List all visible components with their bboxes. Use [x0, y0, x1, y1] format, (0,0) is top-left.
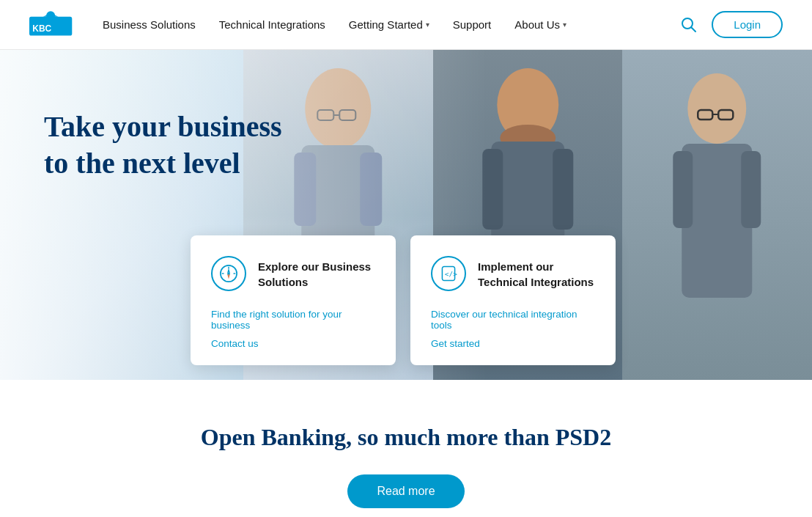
business-solutions-card: Explore our Business Solutions Find the …: [191, 235, 396, 365]
read-more-button[interactable]: Read more: [347, 474, 464, 508]
discover-tools-link[interactable]: Discover our technical integration tools: [431, 309, 595, 331]
get-started-link[interactable]: Get started: [431, 338, 595, 349]
nav-support[interactable]: Support: [453, 18, 492, 31]
about-us-chevron-icon: ▾: [563, 21, 566, 29]
compass-icon: [211, 256, 246, 291]
business-card-links: Find the right solution for your busines…: [211, 309, 375, 349]
getting-started-chevron-icon: ▾: [426, 21, 429, 29]
hero-cards: Explore our Business Solutions Find the …: [191, 235, 616, 365]
search-icon: [681, 17, 697, 33]
header-actions: Login: [681, 11, 783, 38]
code-icon: </>: [431, 256, 466, 291]
logo[interactable]: KBC: [29, 9, 73, 41]
nav-getting-started[interactable]: Getting Started ▾: [349, 18, 429, 31]
main-nav: Business Solutions Technical Integration…: [103, 18, 681, 31]
technical-card-links: Discover our technical integration tools…: [431, 309, 595, 349]
bottom-section: Open Banking, so much more than PSD2 Rea…: [0, 380, 812, 517]
find-solution-link[interactable]: Find the right solution for your busines…: [211, 309, 375, 331]
svg-text:KBC: KBC: [32, 23, 51, 33]
bottom-title: Open Banking, so much more than PSD2: [29, 424, 783, 451]
hero-section: Take your business to the next level: [0, 50, 812, 380]
business-card-title: Explore our Business Solutions: [258, 256, 375, 290]
login-button[interactable]: Login: [712, 11, 783, 38]
technical-integrations-card: </> Implement our Technical Integrations…: [410, 235, 616, 365]
nav-business-solutions[interactable]: Business Solutions: [103, 18, 196, 31]
nav-about-us[interactable]: About Us ▾: [514, 18, 566, 31]
nav-technical-integrations[interactable]: Technical Integrations: [219, 18, 325, 31]
svg-line-4: [692, 27, 696, 32]
header: KBC Business Solutions Technical Integra…: [0, 0, 812, 50]
search-button[interactable]: [681, 17, 697, 33]
technical-card-title: Implement our Technical Integrations: [478, 256, 595, 290]
svg-text:</>: </>: [445, 270, 457, 278]
contact-us-link[interactable]: Contact us: [211, 338, 375, 349]
svg-marker-27: [227, 274, 230, 279]
hero-title: Take your business to the next level: [44, 109, 282, 182]
svg-marker-26: [227, 268, 230, 274]
